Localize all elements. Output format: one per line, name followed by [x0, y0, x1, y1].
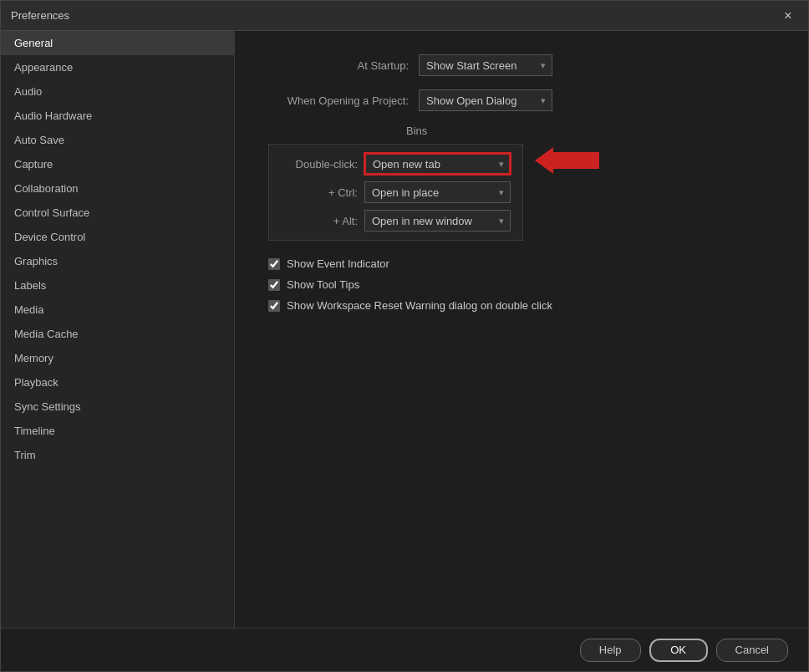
sidebar-item-audio[interactable]: Audio	[1, 79, 234, 104]
double-click-select-wrapper: Open new tab Open in place Open in new w…	[364, 153, 511, 175]
sidebar: GeneralAppearanceAudioAudio HardwareAuto…	[1, 31, 235, 628]
ok-button[interactable]: OK	[649, 639, 708, 662]
at-startup-label: At Startup:	[268, 59, 419, 72]
sidebar-item-playback[interactable]: Playback	[1, 370, 234, 395]
show-tool-tips-label: Show Tool Tips	[287, 278, 359, 291]
bins-container: Double-click: Open new tab Open in place…	[268, 144, 775, 241]
at-startup-select[interactable]: Show Start Screen Show Open Dialog Open …	[419, 54, 552, 76]
sidebar-item-capture[interactable]: Capture	[1, 152, 234, 176]
ctrl-select[interactable]: Open in place Open new tab Open in new w…	[364, 181, 511, 203]
sidebar-item-appearance[interactable]: Appearance	[1, 55, 234, 79]
dialog-title: Preferences	[11, 9, 69, 22]
red-arrow-indicator	[535, 147, 599, 174]
ctrl-select-wrapper: Open in place Open new tab Open in new w…	[364, 181, 511, 203]
at-startup-select-wrapper: Show Start Screen Show Open Dialog Open …	[419, 54, 552, 76]
sidebar-item-sync-settings[interactable]: Sync Settings	[1, 395, 234, 419]
sidebar-item-timeline[interactable]: Timeline	[1, 419, 234, 443]
at-startup-row: At Startup: Show Start Screen Show Open …	[268, 54, 775, 76]
bins-inner: Double-click: Open new tab Open in place…	[268, 144, 523, 241]
content-area: At Startup: Show Start Screen Show Open …	[235, 31, 808, 628]
sidebar-item-trim[interactable]: Trim	[1, 443, 234, 467]
sidebar-item-memory[interactable]: Memory	[1, 346, 234, 370]
ctrl-label: + Ctrl:	[281, 186, 364, 199]
double-click-row: Double-click: Open new tab Open in place…	[281, 153, 511, 175]
when-opening-select[interactable]: Show Open Dialog Open Most Recent Do Not…	[419, 89, 552, 111]
checkbox-row-1: Show Event Indicator	[268, 257, 775, 270]
arrow-body-icon	[553, 152, 599, 169]
dialog-body: GeneralAppearanceAudioAudio HardwareAuto…	[1, 31, 808, 628]
bins-section: Bins Double-click: Open new tab Open in …	[268, 125, 775, 241]
cancel-button[interactable]: Cancel	[716, 639, 788, 662]
sidebar-item-collaboration[interactable]: Collaboration	[1, 176, 234, 201]
sidebar-item-device-control[interactable]: Device Control	[1, 225, 234, 249]
title-bar: Preferences ×	[1, 1, 808, 31]
alt-row: + Alt: Open in new window Open in place …	[281, 210, 511, 232]
double-click-label: Double-click:	[281, 158, 364, 171]
bins-box: Double-click: Open new tab Open in place…	[268, 144, 523, 241]
sidebar-item-control-surface[interactable]: Control Surface	[1, 201, 234, 225]
show-tool-tips-checkbox[interactable]	[268, 279, 280, 291]
dialog-footer: Help OK Cancel	[1, 628, 808, 671]
show-event-indicator-label: Show Event Indicator	[287, 257, 389, 270]
show-workspace-reset-label: Show Workspace Reset Warning dialog on d…	[287, 299, 552, 312]
sidebar-item-media-cache[interactable]: Media Cache	[1, 322, 234, 346]
when-opening-row: When Opening a Project: Show Open Dialog…	[268, 89, 775, 111]
sidebar-item-audio-hardware[interactable]: Audio Hardware	[1, 104, 234, 128]
alt-select-wrapper: Open in new window Open in place Open ne…	[364, 210, 511, 232]
checkbox-row-3: Show Workspace Reset Warning dialog on d…	[268, 299, 775, 312]
when-opening-select-wrapper: Show Open Dialog Open Most Recent Do Not…	[419, 89, 552, 111]
show-workspace-reset-checkbox[interactable]	[268, 300, 280, 312]
sidebar-item-auto-save[interactable]: Auto Save	[1, 128, 234, 152]
checkboxes-section: Show Event Indicator Show Tool Tips Show…	[268, 257, 775, 312]
alt-label: + Alt:	[281, 215, 364, 227]
bins-label: Bins	[268, 125, 775, 137]
preferences-dialog: Preferences × GeneralAppearanceAudioAudi…	[0, 0, 809, 672]
when-opening-label: When Opening a Project:	[268, 94, 419, 107]
sidebar-item-labels[interactable]: Labels	[1, 273, 234, 298]
ctrl-row: + Ctrl: Open in place Open new tab Open …	[281, 181, 511, 203]
checkbox-row-2: Show Tool Tips	[268, 278, 775, 291]
close-button[interactable]: ×	[778, 6, 798, 26]
show-event-indicator-checkbox[interactable]	[268, 258, 280, 270]
help-button[interactable]: Help	[580, 639, 641, 662]
arrow-shape	[535, 147, 599, 174]
sidebar-item-media[interactable]: Media	[1, 298, 234, 322]
sidebar-item-graphics[interactable]: Graphics	[1, 249, 234, 273]
sidebar-item-general[interactable]: General	[1, 31, 234, 55]
alt-select[interactable]: Open in new window Open in place Open ne…	[364, 210, 511, 232]
double-click-select[interactable]: Open new tab Open in place Open in new w…	[364, 153, 511, 175]
arrow-head-icon	[535, 147, 553, 174]
